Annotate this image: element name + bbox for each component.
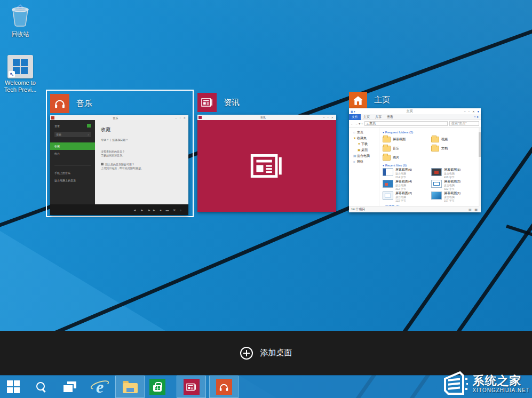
recent-file-item[interactable]: 屏幕截图(6) 这台电脑 214 字节 [383,168,431,179]
nav-item[interactable]: ⌗网络 [349,159,379,165]
music-account-row[interactable]: 登录 [54,124,91,128]
music-titlebar: 音乐 ‒ ▫ ✕ [50,115,188,120]
newspaper-splash-icon [250,154,283,178]
nav-item-icon: ⌂ [353,130,357,136]
explorer-window-title: 主页 [355,109,464,114]
explorer-nav-pane: ⌂主页 ★收藏夹 ▼下载 ▣桌面 [349,128,379,206]
store-button[interactable] [145,376,170,398]
nav-item[interactable]: ▤这台电脑 [349,153,379,159]
player-controls-icons[interactable]: ◄ ► ►► ● ▬ ✕ ♪ [133,208,183,212]
window-controls[interactable]: ‒ ▫ ✕ [464,110,476,113]
music-window-thumbnail[interactable]: 音乐 ‒ ▫ ✕ 登录 搜索 ⌕ 收藏 [50,115,188,215]
internet-explorer-icon: e [91,378,109,396]
search-button[interactable] [27,376,55,398]
music-sidebar-item[interactable]: 这台电脑上的音乐 [50,177,95,184]
file-thumbnail [431,168,442,176]
window-controls[interactable]: ‒ ▫ ✕ [323,116,335,119]
file-thumbnail [431,180,442,188]
desktop-icon-recycle-bin[interactable]: 回收站 [0,3,41,38]
house-icon [349,92,367,110]
store-icon [149,379,165,395]
music-promo-message: 想让您的音乐随处可用？ 上传到云端后，即可在此随时播放。 [101,163,144,170]
nav-item-icon: ▤ [353,153,357,159]
internet-explorer-button[interactable]: e [84,376,115,398]
ribbon-tab[interactable]: 文件 [349,114,361,120]
shortcut-arrow-icon: ↖ [9,71,15,77]
nav-item[interactable]: ▼下载 [349,141,379,147]
news-app-small-icon [198,116,202,119]
group-header-favorites[interactable]: ▾ 收藏夹 (2) [383,204,480,206]
folder-icon [383,137,391,142]
nav-item-icon: ★ [353,136,357,141]
music-sidebar-item[interactable]: 电台 [50,150,95,157]
news-window-thumbnail[interactable]: 资讯 ‒ ▫ ✕ [197,115,336,212]
search-icon [35,381,47,393]
nav-item-icon: ⌗ [353,159,357,165]
nav-arrows[interactable]: ← → ▾ ↑ [351,122,363,125]
music-empty-message: 没有看到您的音乐？ 了解如何添加音乐。 [101,150,125,157]
file-thumbnail [383,180,393,188]
recent-file-item[interactable]: 屏幕截图(2) 这台电脑 122 字节 [383,192,431,203]
quick-access-toolbar[interactable]: ▣ ▾ [351,110,355,113]
task-view-button[interactable] [55,376,84,398]
nav-item[interactable]: ▣桌面 [349,147,379,153]
music-app-small-icon [51,116,54,120]
start-button[interactable] [0,376,27,398]
add-desktop-button[interactable]: 添加桌面 [240,347,292,360]
file-thumbnail [383,168,393,176]
folder-item[interactable]: 视频 [431,135,480,144]
group-header-frequent[interactable]: ▾ Frequent folders (5) [383,130,480,134]
ribbon-tab[interactable]: 主页 [361,115,372,120]
desktop: 回收站 ↖ Welcome to Tech Previ... 音乐 音乐 ‒ ▫… [0,0,532,398]
folder-item[interactable]: 屏幕截图 [383,135,431,144]
task-view-tile-music[interactable]: 音乐 音乐 ‒ ▫ ✕ 登录 搜索 ⌕ [46,90,194,217]
explorer-window-thumbnail[interactable]: ▣ ▾ 主页 ‒ ▫ ✕ ● 文件 主页 共享 查看 ˄ ● ← → ▾ ↑ [349,108,481,212]
news-app-button[interactable] [177,376,206,398]
headphones-icon [50,94,69,113]
file-thumbnail [431,192,442,200]
music-search-box[interactable]: 搜索 ⌕ [54,132,91,137]
xitongzhijia-logo [442,370,470,397]
cloud-icon [101,163,104,165]
file-thumbnail [383,192,393,200]
recent-file-item[interactable]: 屏幕截图(1) 这台电脑 107 字节 [431,192,480,203]
scrollbar[interactable] [479,128,481,206]
folder-item[interactable]: 文档 [431,144,480,153]
folder-item[interactable]: 图片 [383,153,431,162]
help-icon[interactable]: ● [477,110,479,113]
music-player-bar[interactable]: ◄ ► ►► ● ▬ ✕ ♪ [50,204,188,215]
group-header-recent[interactable]: ▾ Recent files (6) [383,163,480,167]
ribbon-tab[interactable]: 查看 [384,115,396,120]
window-controls[interactable]: ‒ ▫ ✕ [175,116,187,120]
headphones-icon [216,379,232,395]
file-explorer-button[interactable] [115,376,145,398]
music-sidebar-item[interactable]: 手机上的音乐 [50,169,95,177]
nav-item[interactable]: ★收藏夹 [349,136,379,141]
task-view-tile-news[interactable]: 资讯 资讯 ‒ ▫ ✕ [197,92,337,212]
watermark: 系统之家 XITONGZHIJIA.NET [442,370,530,397]
recent-file-item[interactable]: 屏幕截图(4) 这台电脑 312 字节 [383,180,431,191]
status-bar: 14 个项目 ▤ ▦ [349,206,481,212]
folder-icon [383,146,391,152]
music-app-button[interactable] [209,376,239,398]
folder-item[interactable]: 音乐 [383,144,431,153]
account-badge [87,124,91,128]
music-sidebar-item[interactable]: 收藏 [50,142,95,150]
ribbon-tab[interactable]: 共享 [372,115,384,120]
explorer-search-input[interactable]: 搜索"主页" [449,121,479,126]
desktop-icon-label: 回收站 [0,31,41,38]
music-filters[interactable]: 专辑 ˅ | 按添加日期 ˅ [101,138,128,141]
task-view-tile-home[interactable]: 主页 ▣ ▾ 主页 ‒ ▫ ✕ ● 文件 主页 共享 查看 ˄ ● [349,92,482,213]
recent-file-item[interactable]: 屏幕截图(3) 这台电脑 322 字节 [431,180,480,191]
add-desktop-label: 添加桌面 [260,348,292,358]
ribbon-minimize-icon[interactable]: ˄ ● [474,115,479,118]
desktop-icon-welcome[interactable]: ↖ Welcome to Tech Previ... [0,55,41,93]
recent-file-item[interactable]: 屏幕截图(5) 这台电脑 418 字节 [431,168,480,179]
view-toggle-icons[interactable]: ▤ ▦ [469,208,479,211]
tile-label: 主页 [374,95,390,105]
breadcrumb[interactable]: ⌂ 主页 [364,121,448,126]
folder-icon [431,146,439,152]
address-bar: ← → ▾ ↑ ⌂ 主页 搜索"主页" [349,120,481,128]
tile-label: 音乐 [76,99,92,109]
nav-item[interactable]: ⌂主页 [349,130,379,136]
